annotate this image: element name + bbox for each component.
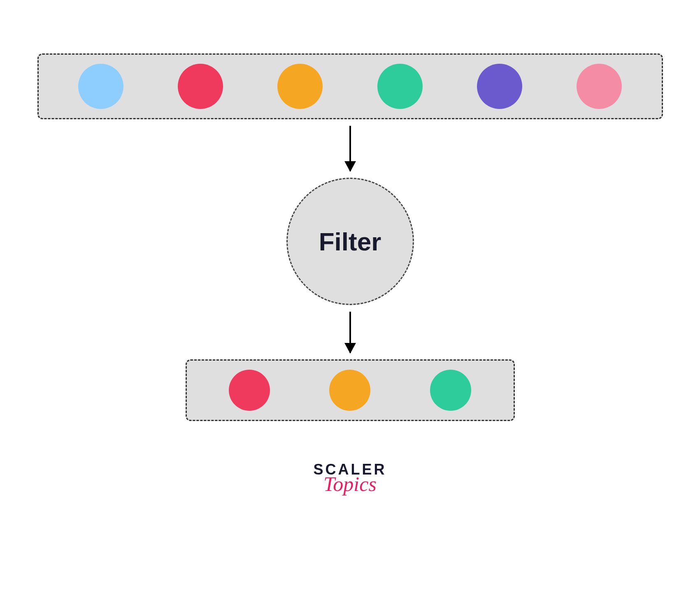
arrow-down-icon (349, 312, 351, 353)
input-array (37, 53, 663, 119)
brand-logo: SCALER Topics (313, 462, 386, 494)
brand-line2: Topics (313, 474, 386, 494)
output-item-teal (430, 370, 471, 411)
output-array (186, 359, 515, 421)
input-item-lightblue (78, 64, 123, 109)
filter-node: Filter (286, 178, 414, 305)
arrow-input-to-filter (349, 119, 351, 178)
input-item-purple (477, 64, 522, 109)
input-item-red (178, 64, 223, 109)
input-item-orange (277, 64, 323, 109)
output-item-red (229, 370, 270, 411)
filter-label: Filter (319, 227, 381, 256)
input-item-pink (577, 64, 622, 109)
output-item-orange (329, 370, 370, 411)
arrow-down-icon (349, 126, 351, 171)
input-item-teal (377, 64, 423, 109)
filter-diagram: Filter SCALER Topics (37, 53, 663, 494)
arrow-filter-to-output (349, 305, 351, 359)
